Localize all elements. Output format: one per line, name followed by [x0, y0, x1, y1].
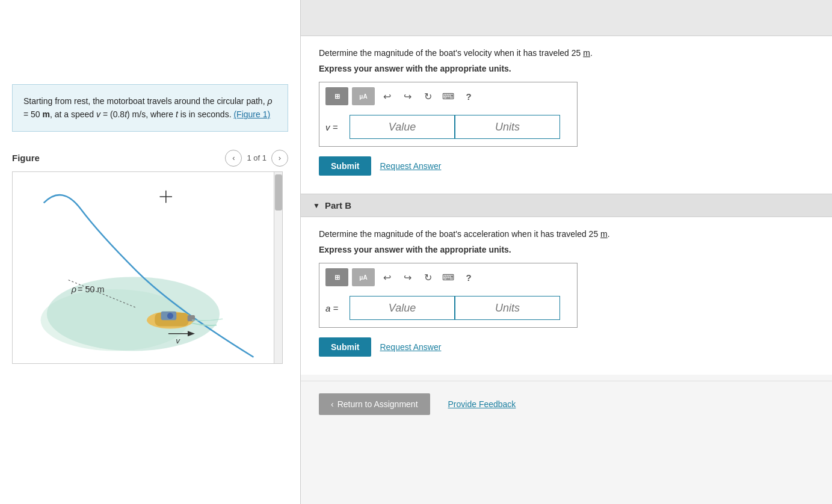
part-b-value-input[interactable]	[350, 296, 455, 320]
t-symbol2: t	[176, 109, 178, 119]
part-b-toggle[interactable]: ▼	[313, 201, 320, 210]
part-a-value-input[interactable]	[350, 115, 455, 139]
part-b-units-icon-button[interactable]: μΑ	[352, 268, 375, 286]
next-figure-button[interactable]: ›	[271, 150, 288, 167]
part-b-question: Determine the magnitude of the boat's ac…	[319, 229, 814, 239]
figure-count: 1 of 1	[247, 153, 267, 162]
part-b-help-button[interactable]: ?	[460, 269, 477, 286]
svg-text:ρ: ρ	[71, 284, 76, 294]
svg-point-10	[167, 313, 173, 319]
part-b-matrix-icon: ⊞	[334, 274, 340, 281]
figure-scrollbar[interactable]	[274, 172, 282, 364]
top-bar	[301, 0, 832, 36]
undo-button[interactable]: ↩	[378, 88, 395, 105]
part-b-redo-button[interactable]: ↪	[399, 269, 416, 286]
part-b-undo-button[interactable]: ↩	[378, 269, 395, 286]
refresh-button[interactable]: ↻	[419, 88, 436, 105]
part-b-express: Express your answer with the appropriate…	[319, 245, 814, 254]
part-a-units-input[interactable]	[455, 115, 560, 139]
figure-nav: ‹ 1 of 1 ›	[225, 150, 288, 167]
t-symbol: t	[125, 109, 127, 119]
part-a-actions: Submit Request Answer	[319, 156, 814, 176]
matrix-icon: ⊞	[334, 93, 340, 100]
part-b-mu-icon: μΑ	[359, 274, 367, 281]
content-area: Determine the magnitude of the boat's ve…	[301, 36, 832, 427]
part-a-question: Determine the magnitude of the boat's ve…	[319, 48, 814, 58]
matrix-icon-button[interactable]: ⊞	[325, 87, 348, 105]
part-b-input-container: ⊞ μΑ ↩ ↪ ↻ ⌨ ? a	[319, 263, 578, 328]
figure-header: Figure ‹ 1 of 1 ›	[12, 150, 288, 167]
part-b-answer-row: a =	[325, 296, 571, 320]
part-b-refresh-button[interactable]: ↻	[419, 269, 436, 286]
return-btn-label: Return to Assignment	[337, 399, 418, 409]
units-icon-button[interactable]: μΑ	[352, 87, 375, 105]
part-a-answer-row: v =	[325, 115, 571, 139]
problem-text: Starting from rest, the motorboat travel…	[23, 96, 272, 119]
return-arrow-icon: ‹	[331, 399, 334, 409]
svg-text:= 50 m: = 50 m	[78, 284, 104, 294]
part-b-content: Determine the magnitude of the boat's ac…	[301, 217, 832, 375]
provide-feedback-button[interactable]: Provide Feedback	[448, 399, 516, 409]
part-a-content: Determine the magnitude of the boat's ve…	[301, 36, 832, 194]
part-a-section: Determine the magnitude of the boat's ve…	[301, 36, 832, 194]
part-b-label: Part B	[325, 200, 351, 211]
figure-link[interactable]: (Figure 1)	[233, 109, 270, 119]
part-a-submit-button[interactable]: Submit	[319, 156, 371, 176]
rho-symbol: ρ	[267, 96, 272, 106]
right-panel: Determine the magnitude of the boat's ve…	[301, 0, 832, 504]
part-b-submit-button[interactable]: Submit	[319, 337, 371, 357]
part-b-header-bar: ▼ Part B	[301, 194, 832, 217]
figure-title: Figure	[12, 153, 40, 163]
redo-button[interactable]: ↪	[399, 88, 416, 105]
part-b-units-input[interactable]	[455, 296, 560, 320]
part-b-actions: Submit Request Answer	[319, 337, 814, 357]
v-symbol: v	[96, 109, 100, 119]
part-a-input-container: ⊞ μΑ ↩ ↪ ↻ ⌨ ? v	[319, 82, 578, 147]
part-a-label: v =	[325, 122, 344, 132]
part-b-keyboard-button[interactable]: ⌨	[440, 269, 457, 286]
scroll-thumb[interactable]	[275, 174, 282, 211]
part-b-unit: m	[600, 229, 608, 239]
part-b-toolbar: ⊞ μΑ ↩ ↪ ↻ ⌨ ?	[325, 268, 571, 290]
return-to-assignment-button[interactable]: ‹ Return to Assignment	[319, 393, 430, 415]
prev-figure-button[interactable]: ‹	[225, 150, 242, 167]
part-b-section: Determine the magnitude of the boat's ac…	[301, 217, 832, 375]
part-a-unit: m	[583, 48, 590, 58]
bottom-bar: ‹ Return to Assignment Provide Feedback	[301, 381, 832, 427]
help-button[interactable]: ?	[460, 88, 477, 105]
part-b-label-a: a =	[325, 303, 344, 313]
part-b-matrix-icon-button[interactable]: ⊞	[325, 268, 348, 286]
part-a-express: Express your answer with the appropriate…	[319, 64, 814, 73]
part-a-request-answer-button[interactable]: Request Answer	[380, 161, 441, 171]
figure-canvas: ρ = 50 m	[12, 171, 283, 364]
figure-section: Figure ‹ 1 of 1 ›	[12, 150, 288, 366]
part-b-request-answer-button[interactable]: Request Answer	[380, 342, 441, 352]
problem-box: Starting from rest, the motorboat travel…	[12, 84, 288, 132]
unit-m-bold: m	[43, 109, 50, 119]
left-panel: Starting from rest, the motorboat travel…	[0, 0, 301, 504]
mu-icon: μΑ	[359, 93, 367, 100]
keyboard-button[interactable]: ⌨	[440, 88, 457, 105]
part-a-toolbar: ⊞ μΑ ↩ ↪ ↻ ⌨ ?	[325, 87, 571, 109]
figure-svg: ρ = 50 m	[13, 172, 282, 363]
